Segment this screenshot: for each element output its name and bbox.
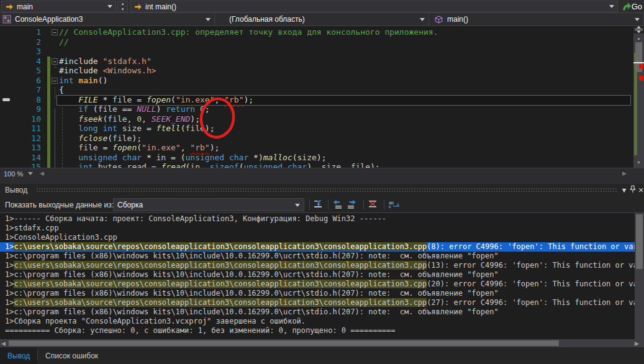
scrollbar-thumb[interactable] <box>636 214 643 269</box>
go-arrow-icon <box>622 2 632 12</box>
tab-output[interactable]: Вывод <box>0 347 37 364</box>
function-nav-dropdown[interactable]: int main() <box>130 1 618 12</box>
changed-line-bar <box>47 114 50 124</box>
output-line[interactable]: 1>c:\users\sobaka\source\repos\consoleap… <box>0 261 635 270</box>
code-line-15[interactable]: 15 int bytes_read = fread(in, sizeof(uns… <box>0 162 633 168</box>
member-label: main() <box>447 15 468 24</box>
member-dropdown[interactable]: main() <box>430 13 644 25</box>
scroll-down-icon[interactable]: ▼ <box>633 159 644 166</box>
zoom-level-dropdown[interactable]: 100 % <box>0 168 35 179</box>
output-line[interactable]: 1>c:\users\sobaka\source\repos\consoleap… <box>0 242 635 252</box>
code-text: int main() <box>59 76 107 86</box>
function-nav-label: int main() <box>145 2 176 11</box>
output-line[interactable]: 1>c:\users\sobaka\source\repos\consoleap… <box>0 298 635 307</box>
editor-vertical-scrollbar[interactable]: ▲ ▼ <box>633 26 644 168</box>
word-wrap-button[interactable]: abc <box>388 199 401 211</box>
changed-line-bar <box>47 104 50 114</box>
spinner-down-icon[interactable]: ▼ <box>118 7 127 12</box>
chevron-down-icon <box>206 18 211 21</box>
output-line[interactable]: 1>c:\program files (x86)\windows kits\10… <box>0 270 635 280</box>
output-horizontal-scrollbar[interactable]: ◀ ▶ <box>0 339 644 347</box>
code-text: int bytes_read = fread(in, sizeof(unsign… <box>59 162 380 168</box>
output-line[interactable]: ========== Сборка: успешно: 0, с ошибкам… <box>0 326 635 335</box>
output-line[interactable]: 1>ConsoleApplication3.cpp <box>0 233 635 242</box>
fold-collapse-icon[interactable]: − <box>52 78 58 84</box>
scope-label: (Глобальная область) <box>229 15 305 24</box>
line-number: 12 <box>0 134 41 143</box>
line-number: 7 <box>0 85 41 95</box>
scroll-left-icon[interactable]: ◀ <box>40 170 44 176</box>
clear-all-button[interactable] <box>368 199 380 211</box>
code-editor[interactable]: 1−// ConsoleApplication3.cpp: определяет… <box>0 26 633 168</box>
output-line[interactable]: 1>c:\program files (x86)\windows kits\10… <box>0 289 635 298</box>
code-line-2[interactable]: 2// <box>0 37 633 47</box>
chevron-down-icon <box>295 204 300 207</box>
output-line[interactable]: 1>stdafx.cpp <box>0 224 635 233</box>
go-label: Go <box>632 2 642 11</box>
nav-arrow-icon <box>134 3 142 11</box>
code-line-7[interactable]: 7{ <box>0 85 633 95</box>
line-number: 2 <box>0 37 41 47</box>
output-vertical-scrollbar[interactable] <box>635 213 644 339</box>
project-dropdown[interactable]: ConsoleApplication3 <box>0 13 215 25</box>
spinner-control[interactable]: ▲ ▼ <box>117 1 128 12</box>
output-source-dropdown[interactable]: Сборка <box>113 198 304 211</box>
code-text: fseek(file, 0, SEEK_END); <box>59 114 200 124</box>
line-number: 8 <box>0 95 41 105</box>
output-line[interactable]: 1>c:\users\sobaka\source\repos\consoleap… <box>0 280 635 289</box>
code-line-1[interactable]: 1−// ConsoleApplication3.cpp: определяет… <box>0 27 633 37</box>
output-line[interactable]: 1>c:\program files (x86)\windows kits\10… <box>0 307 635 317</box>
close-icon[interactable]: ✕ <box>636 185 644 195</box>
scroll-right-icon[interactable]: ▶ <box>635 340 639 347</box>
scroll-left-icon[interactable]: ◀ <box>1 340 6 347</box>
code-line-10[interactable]: 10 fseek(file, 0, SEEK_END); <box>0 114 633 124</box>
scroll-up-icon[interactable]: ▲ <box>633 35 644 42</box>
cpp-project-icon <box>2 15 11 24</box>
previous-message-button[interactable] <box>332 199 345 211</box>
output-source-value: Сборка <box>117 201 143 209</box>
code-line-3[interactable]: 3 <box>0 47 633 57</box>
scrollbar-thumb[interactable] <box>9 340 559 346</box>
debug-toolbar: main ▲ ▼ int main() Go <box>0 0 644 13</box>
go-button[interactable]: Go <box>620 0 644 13</box>
output-panel-title: Вывод <box>5 186 27 194</box>
method-cube-icon <box>435 16 443 24</box>
tab-output-label: Вывод <box>7 352 30 360</box>
scope-dropdown[interactable]: (Глобальная область) <box>215 13 429 25</box>
code-line-12[interactable]: 12 fclose(file); <box>0 134 633 143</box>
splitter-handle-icon[interactable] <box>633 26 644 34</box>
code-line-6[interactable]: 6−int main() <box>0 76 633 86</box>
code-text: // <box>59 37 69 47</box>
find-message-button[interactable] <box>313 199 325 211</box>
code-line-8[interactable]: 8 FILE * file = fopen("in.exe", "rb"); <box>0 95 633 105</box>
output-text-area[interactable]: 1>------ Сборка начата: проект: ConsoleA… <box>0 213 635 339</box>
panel-grip <box>36 188 617 193</box>
line-number: 4 <box>0 57 41 66</box>
error-file-path: c:\users\sobaka\source\repos\consoleappl… <box>14 298 427 307</box>
spinner-up-icon[interactable]: ▲ <box>118 1 127 7</box>
code-line-13[interactable]: 13 file = fopen("in.exe", "rb"); <box>0 143 633 153</box>
scroll-right-icon[interactable]: ▶ <box>622 170 627 176</box>
line-number: 9 <box>0 104 41 114</box>
code-line-14[interactable]: 14 unsigned char * in = (unsigned char *… <box>0 153 633 163</box>
code-line-5[interactable]: 5#include <Windows.h> <box>0 66 633 76</box>
changed-line-bar <box>47 85 50 95</box>
code-text: #include "stdafx.h" <box>59 57 152 66</box>
output-line[interactable]: 1>c:\program files (x86)\windows kits\10… <box>0 252 635 261</box>
output-panel-header: Вывод ▼ ✕ <box>0 184 644 196</box>
code-text: { <box>59 85 64 95</box>
tab-error-list[interactable]: Список ошибок <box>38 347 106 364</box>
error-file-path: c:\users\sobaka\source\repos\consoleappl… <box>14 242 427 251</box>
output-line[interactable]: 1>------ Сборка начата: проект: ConsoleA… <box>0 214 635 224</box>
code-line-9[interactable]: 9 if (file == NULL) return 0; <box>0 104 633 114</box>
fold-collapse-icon[interactable]: − <box>52 58 58 65</box>
code-line-11[interactable]: 11 long int size = ftell(file); <box>0 124 633 134</box>
debug-target-dropdown[interactable]: main <box>1 1 116 12</box>
changed-line-bar <box>47 76 50 86</box>
fold-collapse-icon[interactable]: − <box>52 29 58 35</box>
line-number: 10 <box>0 114 41 124</box>
output-line[interactable]: 1>Сборка проекта "ConsoleApplication3.vc… <box>0 317 635 326</box>
error-file-path: c:\users\sobaka\source\repos\consoleappl… <box>14 261 427 270</box>
next-message-button[interactable] <box>347 199 359 211</box>
code-line-4[interactable]: 4−#include "stdafx.h" <box>0 57 633 66</box>
